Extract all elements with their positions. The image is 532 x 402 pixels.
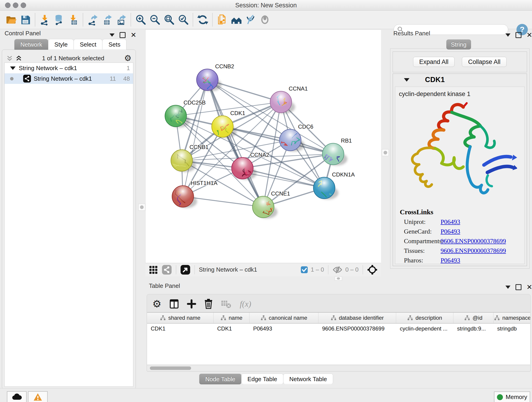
scrollbar-thumb[interactable] (150, 366, 191, 370)
crosslink-link[interactable]: 9606.ENSP00000378699 (441, 247, 506, 254)
left-splitter-handle[interactable] (138, 204, 145, 211)
collapse-panel-icon[interactable] (109, 33, 114, 37)
zoom-fit-button[interactable] (162, 12, 176, 27)
node-RB1[interactable]: RB1 (322, 138, 352, 165)
network-collection-row[interactable]: String Network – cdk1 1 (5, 63, 133, 73)
hidden-eye-slash-icon[interactable] (332, 266, 342, 274)
hidden-node-edge-counts: 0 – 0 (345, 266, 359, 273)
collapse-all-button[interactable]: Collapse All (462, 57, 507, 67)
column-header-database-identifier[interactable]: database identifier (318, 313, 396, 323)
column-header--id[interactable]: @id (453, 313, 494, 323)
export-network-button[interactable] (86, 12, 100, 27)
table-cell[interactable]: P06493 (249, 325, 318, 332)
tab-node-table[interactable]: Node Table (199, 374, 241, 384)
network-canvas[interactable]: CCNB2CCNA1CDC25BCDK1CDC6RB1CCNB1CCNA2CDK… (145, 29, 381, 263)
close-panel-icon[interactable]: ✕ (526, 285, 532, 289)
table-cell[interactable]: cyclin-dependent ... (396, 325, 453, 332)
collapse-panel-icon[interactable] (505, 33, 510, 37)
save-session-button[interactable] (18, 12, 32, 27)
automation-status-button[interactable] (7, 391, 27, 402)
table-cell[interactable]: CDK1 (214, 325, 249, 332)
float-panel-icon[interactable] (515, 284, 521, 290)
column-header-shared-name[interactable]: shared name (147, 313, 214, 323)
create-column-icon[interactable] (187, 299, 196, 308)
float-panel-icon[interactable] (120, 32, 126, 38)
collapse-panel-icon[interactable] (505, 286, 510, 289)
table-cell[interactable]: CDK1 (147, 325, 214, 332)
column-label: canonical name (269, 315, 307, 321)
selected-checkbox-icon[interactable] (301, 266, 308, 274)
zoom-out-button[interactable] (148, 12, 162, 27)
export-table-button[interactable] (100, 12, 114, 27)
show-enhanced-labels-button[interactable] (258, 12, 272, 27)
expand-all-button[interactable]: Expand All (413, 57, 455, 67)
node-CCNA1[interactable]: CCNA1 (270, 85, 308, 113)
horizontal-splitter-handle[interactable] (335, 276, 342, 281)
glass-effect-button[interactable] (244, 12, 258, 27)
column-header-description[interactable]: description (396, 313, 453, 323)
node-CCNB1[interactable]: CCNB1 (171, 144, 209, 171)
results-tab-string[interactable]: String (446, 39, 471, 50)
crosslink-link[interactable]: P06493 (441, 228, 460, 235)
export-image-button[interactable] (114, 12, 128, 27)
grid-view-icon[interactable] (149, 265, 158, 274)
show-columns-icon[interactable] (170, 299, 179, 309)
string-network-graph[interactable]: CCNB2CCNA1CDC25BCDK1CDC6RB1CCNB1CCNA2CDK… (146, 30, 381, 263)
tab-sets[interactable]: Sets (102, 39, 127, 50)
birds-eye-view-icon[interactable] (180, 265, 190, 275)
string-import-button[interactable] (215, 12, 229, 27)
delete-column-icon[interactable] (204, 299, 213, 309)
warnings-button[interactable] (28, 391, 48, 402)
edges[interactable] (176, 80, 333, 207)
table-options-gear-icon[interactable]: ⚙ (152, 300, 161, 308)
network-row-selected[interactable]: String Network – cdk1 11 48 (5, 73, 133, 84)
network-options-gear-icon[interactable]: ⚙ (124, 54, 132, 62)
zoom-in-button[interactable] (133, 12, 148, 27)
column-header-canonical-name[interactable]: canonical name (249, 313, 318, 323)
zoom-selected-button[interactable] (176, 12, 190, 27)
delete-table-icon[interactable] (221, 299, 231, 308)
crosslink-link[interactable]: P06493 (441, 257, 460, 264)
float-panel-icon[interactable] (515, 32, 521, 38)
string-home-button[interactable] (229, 12, 244, 27)
table-horizontal-scrollbar[interactable] (147, 366, 530, 371)
refresh-view-button[interactable] (196, 12, 210, 27)
edge-CCNB2-CCNE1[interactable] (207, 80, 263, 207)
crosslink-link[interactable]: 9606.ENSP00000378699 (441, 237, 506, 245)
import-table-button[interactable] (66, 12, 80, 27)
collapse-all-networks-icon[interactable] (6, 55, 13, 62)
tab-network[interactable]: Network (14, 39, 48, 50)
table-cell[interactable]: stringdb:9... (453, 325, 494, 332)
pan-crosshair-icon[interactable] (367, 264, 378, 275)
collection-expand-icon[interactable] (10, 66, 16, 70)
node-CDK1[interactable]: CDK1 (212, 110, 245, 138)
tab-edge-table[interactable]: Edge Table (241, 374, 283, 384)
expand-all-networks-icon[interactable] (15, 55, 22, 62)
tab-network-table[interactable]: Network Table (283, 374, 333, 384)
table-cell[interactable]: 9606.ENSP00000378699 (318, 325, 396, 332)
memory-status-icon (497, 394, 503, 400)
column-header-name[interactable]: name (214, 313, 249, 323)
crosslink-link[interactable]: P06493 (441, 218, 460, 225)
close-panel-icon[interactable]: ✕ (526, 33, 532, 37)
window-title: Session: New Session (0, 2, 532, 9)
memory-button[interactable]: Memory (494, 391, 530, 402)
tab-style[interactable]: Style (48, 39, 74, 50)
protein-section-header[interactable]: CDK1 (393, 74, 527, 86)
tab-select[interactable]: Select (74, 39, 102, 50)
section-expand-icon[interactable] (404, 78, 409, 82)
table-cell[interactable]: stringdb (494, 325, 530, 332)
import-network-from-database-button[interactable] (52, 12, 66, 27)
eye-orb-icon (259, 14, 271, 26)
import-network-button[interactable] (38, 12, 52, 27)
separator (363, 265, 363, 274)
function-builder-icon[interactable]: f(x) (240, 299, 251, 309)
table-row[interactable]: CDK1CDK1P064939606.ENSP00000378699cyclin… (147, 324, 530, 334)
open-session-button[interactable] (4, 12, 18, 27)
right-splitter-handle[interactable] (382, 149, 389, 156)
table-header-row: shared namenamecanonical namedatabase id… (147, 312, 530, 324)
network-badge-icon[interactable] (162, 265, 172, 275)
table-panel-title: Table Panel (149, 282, 180, 293)
close-panel-icon[interactable]: ✕ (131, 33, 136, 37)
column-header-namespace[interactable]: namespace (494, 313, 530, 323)
